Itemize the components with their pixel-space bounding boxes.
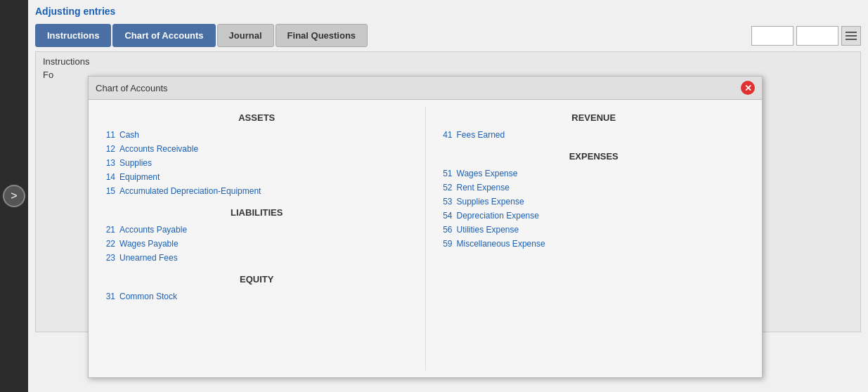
menu-icon[interactable]	[841, 26, 861, 46]
account-num-14: 14	[103, 172, 115, 182]
account-name-unearned-fees[interactable]: Unearned Fees	[119, 253, 178, 263]
account-name-fees-earned[interactable]: Fees Earned	[457, 130, 505, 140]
modal-title: Chart of Accounts	[96, 83, 168, 93]
modal-titlebar: Chart of Accounts ✕	[89, 77, 762, 100]
tab-instructions[interactable]: Instructions	[35, 24, 111, 47]
account-name-supplies-expense[interactable]: Supplies Expense	[457, 197, 524, 207]
assets-header: ASSETS	[103, 112, 411, 123]
account-num-31: 31	[103, 292, 115, 301]
account-name-utilities-expense[interactable]: Utilities Expense	[457, 225, 519, 235]
top-header: Adjusting entries	[28, 0, 868, 20]
account-row-11: 11 Cash	[103, 130, 411, 140]
account-num-15: 15	[103, 186, 115, 196]
right-column: REVENUE 41 Fees Earned EXPENSES 51 Wages…	[425, 107, 749, 370]
modal-body[interactable]: ASSETS 11 Cash 12 Accounts Receivable 13…	[89, 100, 762, 377]
account-num-51: 51	[440, 169, 453, 178]
account-name-supplies[interactable]: Supplies	[119, 158, 152, 168]
account-row-14: 14 Equipment	[103, 172, 411, 182]
account-name-depreciation-expense[interactable]: Depreciation Expense	[457, 211, 539, 221]
account-row-15: 15 Accumulated Depreciation-Equipment	[103, 186, 411, 196]
tab-input-box-1[interactable]	[751, 26, 793, 46]
account-num-54: 54	[440, 211, 453, 221]
account-num-21: 21	[103, 225, 115, 235]
account-row-31: 31 Common Stock	[103, 292, 411, 301]
account-name-wages-expense[interactable]: Wages Expense	[457, 169, 518, 178]
account-row-12: 12 Accounts Receivable	[103, 144, 411, 154]
account-name-rent-expense[interactable]: Rent Expense	[457, 183, 510, 192]
svg-rect-0	[846, 32, 857, 33]
tab-chart-of-accounts[interactable]: Chart of Accounts	[112, 24, 215, 47]
account-name-common-stock[interactable]: Common Stock	[119, 292, 177, 301]
tab-input-box-2[interactable]	[796, 26, 838, 46]
account-name-misc-expense[interactable]: Miscellaneous Expense	[457, 239, 545, 249]
liabilities-header: LIABILITIES	[103, 207, 411, 218]
equity-header: EQUITY	[103, 274, 411, 285]
expenses-header: EXPENSES	[440, 151, 749, 162]
account-num-53: 53	[440, 197, 453, 207]
account-name-equipment[interactable]: Equipment	[119, 172, 160, 182]
account-num-12: 12	[103, 144, 115, 154]
tab-journal[interactable]: Journal	[217, 24, 274, 47]
account-name-ar[interactable]: Accounts Receivable	[119, 144, 198, 154]
nav-arrow[interactable]: >	[3, 185, 25, 207]
account-row-21: 21 Accounts Payable	[103, 225, 411, 235]
account-row-51: 51 Wages Expense	[440, 169, 749, 178]
tab-final-questions[interactable]: Final Questions	[276, 24, 368, 47]
account-row-56: 56 Utilities Expense	[440, 225, 749, 235]
main-content: Adjusting entries Instructions Chart of …	[28, 0, 868, 392]
account-row-52: 52 Rent Expense	[440, 183, 749, 192]
account-num-41: 41	[440, 130, 453, 140]
account-num-13: 13	[103, 158, 115, 168]
account-name-accum-dep[interactable]: Accumulated Depreciation-Equipment	[119, 186, 261, 196]
account-num-11: 11	[103, 130, 115, 140]
chart-of-accounts-modal: Chart of Accounts ✕ ASSETS 11 Cash 12 Ac…	[88, 76, 763, 378]
account-name-ap[interactable]: Accounts Payable	[119, 225, 187, 235]
svg-rect-1	[846, 35, 857, 37]
account-name-cash[interactable]: Cash	[119, 130, 139, 140]
account-num-23: 23	[103, 253, 115, 263]
left-column: ASSETS 11 Cash 12 Accounts Receivable 13…	[103, 107, 425, 370]
account-row-22: 22 Wages Payable	[103, 239, 411, 249]
left-sidebar: >	[0, 0, 28, 392]
account-row-54: 54 Depreciation Expense	[440, 211, 749, 221]
account-num-56: 56	[440, 225, 453, 235]
account-row-53: 53 Supplies Expense	[440, 197, 749, 207]
account-num-59: 59	[440, 239, 453, 249]
account-name-wages-payable[interactable]: Wages Payable	[119, 239, 179, 249]
account-row-59: 59 Miscellaneous Expense	[440, 239, 749, 249]
revenue-header: REVENUE	[440, 112, 749, 123]
account-num-52: 52	[440, 183, 453, 192]
modal-close-button[interactable]: ✕	[741, 81, 755, 95]
tab-right-controls	[751, 26, 861, 46]
svg-rect-2	[846, 39, 857, 40]
account-row-23: 23 Unearned Fees	[103, 253, 411, 263]
instructions-label: Instructions	[43, 55, 89, 68]
adjusting-entries-link[interactable]: Adjusting entries	[35, 6, 115, 17]
account-num-22: 22	[103, 239, 115, 249]
account-row-41: 41 Fees Earned	[440, 130, 749, 140]
tab-bar: Instructions Chart of Accounts Journal F…	[28, 20, 868, 51]
account-row-13: 13 Supplies	[103, 158, 411, 168]
